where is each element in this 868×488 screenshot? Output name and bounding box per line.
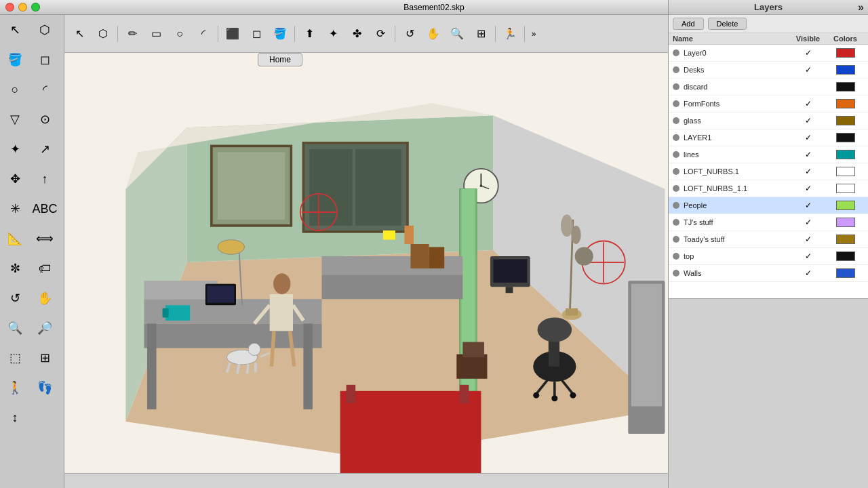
section-plane-tool[interactable]: ✼ [0,253,30,283]
layer-visibility-walls[interactable]: ✓ [789,268,827,278]
layer-color-layer1[interactable] [827,133,864,142]
layer-visibility-lines[interactable]: ✓ [789,150,827,159]
circle-tool-side[interactable]: ○ [0,75,30,104]
lasso-tool[interactable]: ⊙ [30,104,60,134]
select-tool[interactable]: ↖ [68,24,90,43]
layer-visibility-loft_nurbs11[interactable]: ✓ [789,184,827,193]
pan-tool[interactable]: ✋ [422,24,444,43]
layer-row-discard[interactable]: discard [669,79,868,96]
axes-tool[interactable]: ✳ [0,194,30,224]
layer-visibility-desks[interactable]: ✓ [789,65,827,75]
layer-row-formfonts[interactable]: FormFonts ✓ [669,96,868,113]
zoom-prev-side[interactable]: 🔎 [30,313,60,343]
maximize-button[interactable] [31,3,40,12]
panel-expand-icon[interactable]: » [858,1,864,14]
layer-row-lines[interactable]: lines ✓ [669,146,868,163]
layer-row-layer0[interactable]: Layer0 ✓ [669,45,868,62]
layer-row-layer1[interactable]: LAYER1 ✓ [669,129,868,146]
layer-row-tjs_stuff[interactable]: TJ's stuff ✓ [669,214,868,231]
pan-side[interactable]: ✋ [30,283,60,313]
layer-color-top[interactable] [827,251,864,261]
push-pull-tool[interactable]: ⬛ [222,24,243,43]
layer-row-walls[interactable]: Walls ✓ [669,265,868,282]
offset-tool[interactable]: ⟳ [370,24,391,43]
layer-visibility-layer1[interactable]: ✓ [789,133,827,142]
layer-color-discard[interactable] [827,82,864,92]
zoom-side[interactable]: 🔍 [0,313,30,343]
svg-rect-54 [404,226,414,244]
pencil-tool[interactable]: ✏ [121,24,143,43]
toolbar-expand[interactable]: » [528,24,539,43]
layer-visibility-people[interactable]: ✓ [789,201,827,210]
layer-color-glass[interactable] [827,116,864,125]
layer-row-toadys_stuff[interactable]: Toady's stuff ✓ [669,231,868,248]
rotate-tool[interactable]: ✦ [322,24,344,43]
walk-side[interactable]: ↕ [0,403,30,432]
layer-color-layer0[interactable] [827,48,864,58]
arc-tool[interactable]: ◜ [193,24,214,43]
component-tool[interactable]: ⬡ [92,24,114,43]
delete-layer-button[interactable]: Delete [708,18,747,30]
move-tool-side[interactable]: ✥ [0,164,30,194]
layer-color-toadys_stuff[interactable] [827,235,864,244]
minimize-button[interactable] [18,3,27,12]
layer-color-tjs_stuff[interactable] [827,218,864,227]
move-tool[interactable]: ⬆ [298,24,320,43]
rectangle-tool[interactable]: ▭ [145,24,167,43]
add-layer-button[interactable]: Add [673,18,704,30]
svg-point-74 [575,247,593,266]
circle-tool[interactable]: ○ [169,24,191,43]
text-tool[interactable]: ABC [30,194,60,224]
layer-color-lines[interactable] [827,150,864,159]
orbit-tool[interactable]: ↺ [399,24,420,43]
layer-color-loft_nurbs11[interactable] [827,184,864,193]
paint-tool[interactable]: 🪣 [269,24,291,43]
layer-color-people[interactable] [827,201,864,210]
home-button[interactable]: Home [258,53,302,66]
zoom-extents-tool[interactable]: ⊞ [470,24,492,43]
layer-row-glass[interactable]: glass ✓ [669,113,868,129]
layer-row-people[interactable]: People ✓ [669,197,868,214]
eraser-tool[interactable]: ◻ [245,24,267,43]
layer-color-walls[interactable] [827,268,864,278]
layer-visibility-toadys_stuff[interactable]: ✓ [789,235,827,244]
viewport[interactable] [64,53,668,473]
layer-row-desks[interactable]: Desks ✓ [669,62,868,79]
color-swatch-top [836,251,855,261]
dimension-tool[interactable]: ⟺ [30,224,60,253]
walk-tool[interactable]: 🏃 [499,24,521,43]
svg-point-73 [571,226,580,244]
arc-tool-side[interactable]: ◜ [30,75,60,104]
layer-visibility-layer0[interactable]: ✓ [789,48,827,58]
zoom-tool[interactable]: 🔍 [446,24,468,43]
footprint-tool[interactable]: 👣 [30,373,60,403]
layer-color-formfonts[interactable] [827,99,864,108]
layer-color-desks[interactable] [827,65,864,75]
layer-visibility-glass[interactable]: ✓ [789,116,827,125]
zoom-window-side[interactable]: ⬚ [0,343,30,373]
triangle-tool[interactable]: ▽ [0,104,30,134]
orbit-side[interactable]: ↺ [0,283,30,313]
tape-tool[interactable]: 📐 [0,224,30,253]
person-tool[interactable]: 🚶 [0,373,30,403]
layer-row-loft_nurbs11[interactable]: LOFT_NURBS_1.1 ✓ [669,180,868,197]
eraser-tool-side[interactable]: ◻ [30,45,60,75]
zoom-extents-side[interactable]: ⊞ [30,343,60,373]
layer-visibility-loft_nurbs1[interactable]: ✓ [789,167,827,176]
close-button[interactable] [5,3,14,12]
layer-visibility-formfonts[interactable]: ✓ [789,99,827,108]
layer-row-top[interactable]: top ✓ [669,248,868,265]
push-pull-side[interactable]: ↑ [30,164,60,194]
component-options-tool[interactable]: ⬡ [30,15,60,45]
scale-tool-side[interactable]: ↗ [30,134,60,164]
layer-color-loft_nurbs1[interactable] [827,167,864,176]
tag-tool[interactable]: 🏷 [30,253,60,283]
paint-bucket-tool[interactable]: 🪣 [0,45,30,75]
layer-visibility-tjs_stuff[interactable]: ✓ [789,218,827,227]
layer-visibility-top[interactable]: ✓ [789,251,827,261]
scale-tool[interactable]: ✤ [346,24,368,43]
rotate-tool-side[interactable]: ✦ [0,134,30,164]
arrow-tool[interactable]: ↖ [0,15,30,45]
layers-toolbar: Add Delete [669,15,868,33]
layer-row-loft_nurbs1[interactable]: LOFT_NURBS.1 ✓ [669,163,868,180]
